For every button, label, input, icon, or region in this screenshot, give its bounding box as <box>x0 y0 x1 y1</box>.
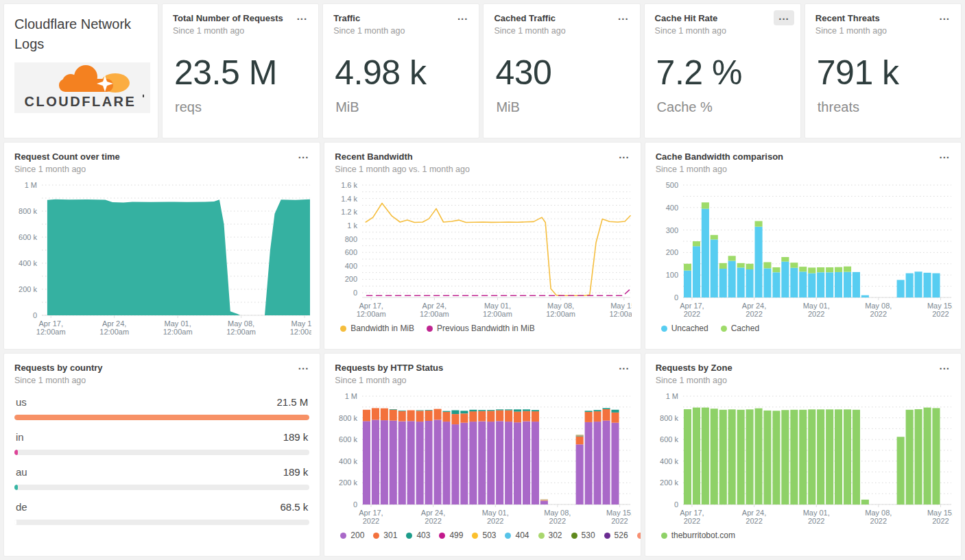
svg-text:200 k: 200 k <box>660 478 678 487</box>
legend-item[interactable]: 404 <box>505 531 529 540</box>
card-menu-button[interactable]: ... <box>934 10 955 25</box>
country-row: in189 k <box>14 431 309 455</box>
dashboard-page: Cloudflare Network Logs CLOUDFLARE Total… <box>0 0 965 560</box>
card-menu-button[interactable]: ... <box>613 10 634 25</box>
svg-text:May 08,: May 08, <box>865 509 892 517</box>
legend-item[interactable]: 200 <box>340 531 364 540</box>
stat-unit: MiB <box>496 99 629 115</box>
chart-title: Requests by Zone <box>656 363 951 373</box>
card-menu-button[interactable]: ... <box>774 10 794 25</box>
card-menu-button[interactable]: ... <box>934 360 955 375</box>
svg-text:600 k: 600 k <box>19 233 37 241</box>
svg-text:Apr 24,: Apr 24, <box>422 302 446 310</box>
legend-item[interactable]: 403 <box>406 531 430 540</box>
card-menu-button[interactable]: ... <box>614 149 634 164</box>
svg-text:200 k: 200 k <box>339 478 357 487</box>
card-menu-button[interactable]: ... <box>453 10 473 25</box>
card-title: Recent Threats <box>815 13 951 23</box>
requests-by-zone-chart[interactable]: 0200 k400 k600 k800 k1 MApr 17,2022Apr 2… <box>656 391 953 528</box>
svg-text:12:00am: 12:00am <box>420 310 449 318</box>
svg-text:1 M: 1 M <box>25 181 37 189</box>
svg-text:Apr 17,: Apr 17, <box>38 319 62 328</box>
legend-item[interactable]: 526 <box>604 531 628 540</box>
country-value: 21.5 M <box>276 396 308 408</box>
svg-text:12:00am: 12:00am <box>547 310 576 318</box>
svg-text:May 15,: May 15, <box>291 319 311 328</box>
chart-card-recent-bandwidth: Recent Bandwidth Since 1 month ago vs. 1… <box>324 142 641 350</box>
logo-card: Cloudflare Network Logs CLOUDFLARE <box>3 3 158 138</box>
country-row: au189 k <box>14 466 309 490</box>
card-menu-button[interactable]: ... <box>934 149 955 164</box>
svg-text:2022: 2022 <box>363 517 379 525</box>
card-menu-button[interactable]: ... <box>614 360 634 375</box>
legend-item[interactable]: 503 <box>472 531 496 540</box>
svg-text:May 01,: May 01, <box>165 319 191 328</box>
middle-chart-row: Request Count over time Since 1 month ag… <box>3 142 962 350</box>
svg-text:CLOUDFLARE: CLOUDFLARE <box>25 94 136 109</box>
legend-item[interactable]: theburritobot.com <box>661 531 735 540</box>
recent-bandwidth-chart[interactable]: 02004006008001 k1.2 k1.4 k1.6 kApr 17,12… <box>335 180 632 321</box>
svg-text:400 k: 400 k <box>660 457 678 465</box>
country-label: us <box>16 396 27 408</box>
stat-card-traffic: Traffic Since 1 month ago ... 4.98 k MiB <box>322 3 479 138</box>
chart-subtitle: Since 1 month ago <box>14 165 309 174</box>
legend-item[interactable]: 301 <box>373 531 397 540</box>
chart-card-request-count: Request Count over time Since 1 month ag… <box>3 142 320 350</box>
svg-text:0: 0 <box>353 289 357 297</box>
legend-item[interactable]: Cached <box>721 324 759 333</box>
country-bar-fill <box>14 485 18 490</box>
svg-text:Apr 24,: Apr 24, <box>421 509 445 517</box>
legend-label: theburritobot.com <box>671 531 735 540</box>
chart-legend: 200301403499503404302530526524 <box>335 531 630 540</box>
card-menu-button[interactable]: ... <box>292 10 313 25</box>
stat-card-total-requests: Total Number of Requests Since 1 month a… <box>162 3 319 138</box>
legend-item[interactable]: 524 <box>637 531 641 540</box>
svg-text:800 k: 800 k <box>339 414 357 422</box>
legend-label: 503 <box>482 531 496 540</box>
svg-text:2022: 2022 <box>683 310 700 318</box>
svg-text:1.2 k: 1.2 k <box>341 208 357 216</box>
legend-label: 499 <box>449 531 463 540</box>
svg-text:May 01,: May 01, <box>484 302 511 310</box>
legend-item[interactable]: Previous Bandwidth in MiB <box>427 324 535 333</box>
svg-text:400: 400 <box>665 204 678 212</box>
card-title: Traffic <box>333 13 468 23</box>
svg-text:2022: 2022 <box>746 517 762 525</box>
svg-text:0: 0 <box>33 311 37 319</box>
cache-bandwidth-chart[interactable]: 0100200300400500Apr 17,2022Apr 24,2022Ma… <box>656 180 953 321</box>
card-subtitle: Since 1 month ago <box>333 26 468 36</box>
http-status-chart[interactable]: 0200 k400 k600 k800 k1 MApr 17,2022Apr 2… <box>335 391 632 528</box>
legend-item[interactable]: 302 <box>538 531 562 540</box>
card-subtitle: Since 1 month ago <box>655 26 790 36</box>
svg-text:600: 600 <box>345 248 357 256</box>
svg-text:May 01,: May 01, <box>802 302 829 310</box>
bottom-chart-row: Requests by country Since 1 month ago ..… <box>3 353 962 557</box>
chart-title: Requests by HTTP Status <box>335 363 630 373</box>
legend-dot-icon <box>661 533 667 539</box>
chart-title: Request Count over time <box>14 151 309 162</box>
legend-label: 526 <box>615 531 628 540</box>
legend-dot-icon <box>373 533 379 539</box>
country-bar-track <box>14 415 309 420</box>
legend-item[interactable]: 530 <box>571 531 595 540</box>
chart-legend: Bandwidth in MiBPrevious Bandwidth in Mi… <box>335 324 630 333</box>
svg-text:600 k: 600 k <box>660 435 678 443</box>
svg-text:300: 300 <box>665 226 678 234</box>
country-row: de68.5 k <box>14 501 309 525</box>
legend-item[interactable]: Bandwidth in MiB <box>340 324 414 333</box>
card-menu-button[interactable]: ... <box>294 360 314 375</box>
svg-text:Apr 17,: Apr 17, <box>680 302 704 310</box>
country-value: 189 k <box>283 466 309 478</box>
stat-card-cached-traffic: Cached Traffic Since 1 month ago ... 430… <box>483 3 640 138</box>
svg-text:500: 500 <box>665 181 678 189</box>
chart-subtitle: Since 1 month ago <box>335 376 630 385</box>
svg-text:12:00am: 12:00am <box>36 328 66 336</box>
svg-text:May 15,: May 15, <box>927 509 953 517</box>
svg-text:200 k: 200 k <box>19 285 37 293</box>
chart-card-cache-bandwidth: Cache Bandwidth comparison Since 1 month… <box>645 142 962 350</box>
card-menu-button[interactable]: ... <box>294 149 314 164</box>
legend-item[interactable]: Uncached <box>661 324 708 333</box>
chart-title: Recent Bandwidth <box>335 151 630 162</box>
legend-item[interactable]: 499 <box>439 531 463 540</box>
request-count-chart[interactable]: 0200 k400 k600 k800 k1 MApr 17,12:00amAp… <box>14 180 311 339</box>
